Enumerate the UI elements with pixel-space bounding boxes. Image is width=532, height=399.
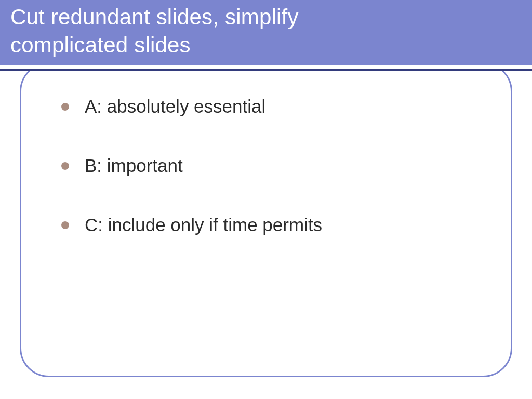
list-item: C: include only if time permits	[61, 214, 477, 236]
title-line-2: complicated slides	[10, 33, 191, 57]
slide-body: A: absolutely essential B: important C: …	[61, 96, 477, 273]
title-band: Cut redundant slides, simplify complicat…	[0, 0, 532, 65]
bullet-text: B: important	[85, 155, 183, 177]
slide: Cut redundant slides, simplify complicat…	[0, 0, 532, 399]
slide-title: Cut redundant slides, simplify complicat…	[10, 3, 532, 59]
bullet-text: A: absolutely essential	[85, 96, 265, 117]
title-underline	[0, 69, 532, 71]
bullet-icon	[61, 221, 69, 229]
title-line-1: Cut redundant slides, simplify	[10, 5, 299, 29]
list-item: B: important	[61, 155, 477, 177]
bullet-icon	[61, 162, 69, 170]
list-item: A: absolutely essential	[61, 96, 477, 117]
bullet-icon	[61, 103, 69, 111]
bullet-text: C: include only if time permits	[85, 214, 322, 236]
